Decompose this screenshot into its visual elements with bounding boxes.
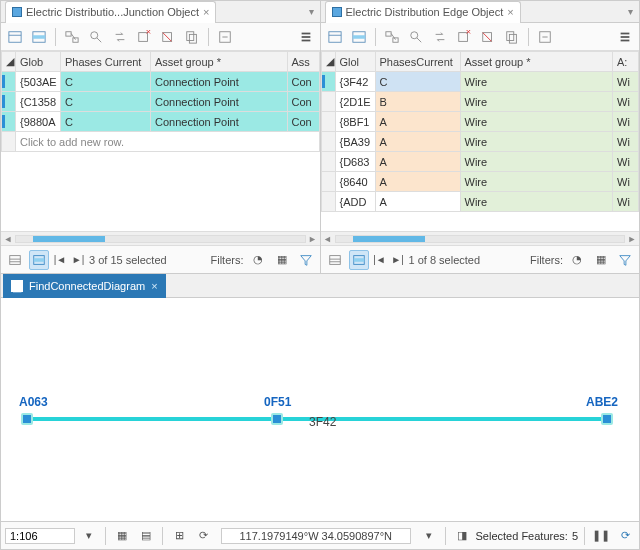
view-selected-icon[interactable] [29,27,49,47]
table-row[interactable]: {2D1EBWireWi [321,92,639,112]
row-handle[interactable] [2,92,16,112]
cell-glob[interactable]: {2D1E [335,92,375,112]
cell-glob[interactable]: {C1358 [16,92,61,112]
table-row[interactable]: {D683AWireWi [321,152,639,172]
edge-grid[interactable]: ◢ Glol PhasesCurrent Asset group * A: {3… [321,51,640,231]
cell-glob[interactable]: {3F42 [335,72,375,92]
cell-phase[interactable]: A [375,132,460,152]
cell-asset[interactable]: Wire [460,152,613,172]
filter-time-icon[interactable]: ◔ [567,250,587,270]
show-all-toggle[interactable] [325,250,345,270]
cell-extra[interactable]: Con [287,72,319,92]
row-handle[interactable] [321,112,335,132]
related-icon[interactable] [382,27,402,47]
junction-grid[interactable]: ◢ Glob Phases Current Asset group * Ass … [1,51,320,231]
close-icon[interactable]: × [203,6,209,18]
cell-extra[interactable]: Wi [613,192,639,212]
col-phases[interactable]: Phases Current [61,52,151,72]
cell-asset[interactable]: Wire [460,92,613,112]
view-selected-icon[interactable] [349,27,369,47]
grid-icon[interactable]: ▤ [136,526,156,546]
add-new-row[interactable]: Click to add new row. [16,132,320,152]
table-row[interactable]: {503AECConnection PointCon [2,72,320,92]
rowheader-corner[interactable]: ◢ [2,52,16,72]
scale-input[interactable] [5,528,75,544]
cell-extra[interactable]: Con [287,92,319,112]
cell-asset[interactable]: Connection Point [151,92,288,112]
row-handle[interactable] [321,92,335,112]
col-glob[interactable]: Glol [335,52,375,72]
clear-sel-icon[interactable] [134,27,154,47]
cell-phase[interactable]: C [375,72,460,92]
scale-dropdown-icon[interactable]: ▾ [79,526,99,546]
diagram-canvas[interactable]: A0630F51ABE23F42 [1,298,639,521]
constraints-icon[interactable]: ⊞ [169,526,189,546]
copy-icon[interactable] [182,27,202,47]
row-handle[interactable] [321,132,335,152]
show-selected-toggle[interactable] [349,250,369,270]
tab-menu-icon[interactable]: ▾ [303,6,320,17]
first-icon[interactable]: |◄ [53,254,67,265]
col-asset[interactable]: Asset group * [460,52,613,72]
show-all-toggle[interactable] [5,250,25,270]
table-row[interactable]: {8640AWireWi [321,172,639,192]
delete-icon[interactable] [158,27,178,47]
cell-phase[interactable]: A [375,152,460,172]
filter-funnel-icon[interactable] [615,250,635,270]
junction-tab[interactable]: Electric Distributio...Junction Object × [5,1,216,23]
cell-extra[interactable]: Wi [613,72,639,92]
cell-phase[interactable]: A [375,112,460,132]
field-calc-icon[interactable] [215,27,235,47]
selfeat-icon[interactable]: ◨ [452,526,472,546]
menu-icon[interactable] [296,27,316,47]
switch-icon[interactable] [430,27,450,47]
cell-glob[interactable]: {8640 [335,172,375,192]
filter-time-icon[interactable]: ◔ [248,250,268,270]
table-row[interactable]: {C1358CConnection PointCon [2,92,320,112]
zoom-icon[interactable] [86,27,106,47]
col-glob[interactable]: Glob [16,52,61,72]
col-extra[interactable]: Ass [287,52,319,72]
tab-menu-icon[interactable]: ▾ [622,6,639,17]
cell-extra[interactable]: Wi [613,132,639,152]
clear-sel-icon[interactable] [454,27,474,47]
correction-icon[interactable]: ⟳ [193,526,213,546]
diagram-tab[interactable]: ◧ FindConnectedDiagram × [3,274,166,298]
cell-glob[interactable]: {BA39 [335,132,375,152]
delete-icon[interactable] [478,27,498,47]
copy-icon[interactable] [502,27,522,47]
table-row[interactable]: {8BF1AWireWi [321,112,639,132]
view-all-icon[interactable] [325,27,345,47]
row-handle[interactable] [321,172,335,192]
row-handle[interactable] [321,72,335,92]
coords-readout[interactable]: 117.1979149°W 34.0590897°N [221,528,411,544]
row-handle[interactable] [2,112,16,132]
cell-asset[interactable]: Wire [460,112,613,132]
menu-icon[interactable] [615,27,635,47]
cell-glob[interactable]: {8BF1 [335,112,375,132]
col-asset[interactable]: Asset group * [151,52,288,72]
next-icon[interactable]: ►| [71,254,85,265]
pause-icon[interactable]: ❚❚ [591,526,611,546]
row-handle[interactable] [321,152,335,172]
next-icon[interactable]: ►| [391,254,405,265]
cell-glob[interactable]: {ADD [335,192,375,212]
row-handle[interactable] [321,192,335,212]
switch-icon[interactable] [110,27,130,47]
cell-asset[interactable]: Wire [460,172,613,192]
cell-phase[interactable]: C [61,112,151,132]
diagram-node[interactable] [271,413,283,425]
filter-extent-icon[interactable]: ▦ [591,250,611,270]
close-icon[interactable]: × [151,280,157,292]
close-icon[interactable]: × [507,6,513,18]
cell-asset[interactable]: Wire [460,72,613,92]
table-row[interactable]: {BA39AWireWi [321,132,639,152]
diagram-node[interactable] [21,413,33,425]
cell-phase[interactable]: A [375,172,460,192]
view-all-icon[interactable] [5,27,25,47]
cell-glob[interactable]: {503AE [16,72,61,92]
related-icon[interactable] [62,27,82,47]
cell-extra[interactable]: Wi [613,112,639,132]
cell-phase[interactable]: C [61,72,151,92]
col-phases[interactable]: PhasesCurrent [375,52,460,72]
